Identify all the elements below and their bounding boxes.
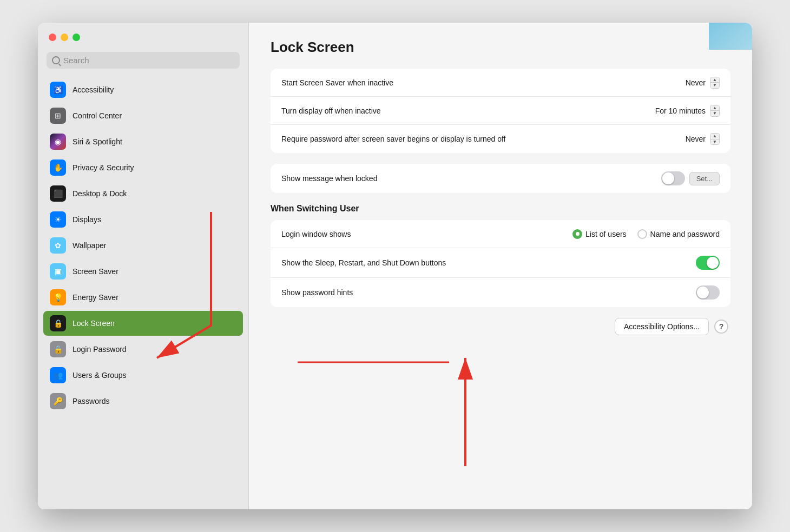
sidebar-item-screensaver[interactable]: ▣Screen Saver bbox=[43, 259, 243, 284]
sidebar-list: ♿Accessibility⊞Control Center◉Siri & Spo… bbox=[38, 77, 248, 509]
sidebar-icon-energy: 💡 bbox=[50, 289, 66, 305]
require-password-value: Never bbox=[686, 135, 706, 143]
sleep-restart-label: Show the Sleep, Restart, and Shut Down b… bbox=[281, 258, 696, 267]
page-title: Lock Screen bbox=[271, 39, 730, 56]
sidebar-item-desktop[interactable]: ⬛Desktop & Dock bbox=[43, 181, 243, 206]
sidebar-item-lock-screen[interactable]: 🔒Lock Screen bbox=[43, 311, 243, 336]
search-placeholder: Search bbox=[63, 56, 89, 65]
radio-name-and-password[interactable]: Name and password bbox=[637, 229, 720, 239]
bottom-bar: Accessibility Options... ? bbox=[271, 318, 730, 335]
accessibility-options-button[interactable]: Accessibility Options... bbox=[615, 318, 709, 335]
toggle-knob bbox=[662, 172, 674, 184]
require-password-label: Require password after screen saver begi… bbox=[281, 135, 686, 143]
display-off-label: Turn display off when inactive bbox=[281, 107, 655, 115]
main-content: Lock Screen Start Screen Saver when inac… bbox=[249, 23, 752, 509]
require-password-control: Never ▲ ▼ bbox=[686, 133, 720, 145]
show-message-row: Show message when locked Set... bbox=[271, 164, 730, 193]
sleep-restart-control bbox=[696, 256, 720, 270]
sidebar-icon-wallpaper: ✿ bbox=[50, 237, 66, 254]
sidebar-icon-siri: ◉ bbox=[50, 134, 66, 150]
sidebar-label-users-groups: Users & Groups bbox=[73, 371, 127, 380]
sidebar-label-login-password: Login Password bbox=[73, 345, 127, 354]
stepper-up-icon[interactable]: ▲ bbox=[710, 77, 719, 83]
radio-group: List of users Name and password bbox=[572, 229, 720, 239]
sidebar-label-screensaver: Screen Saver bbox=[73, 267, 119, 276]
sidebar-icon-users-groups: 👥 bbox=[50, 367, 66, 383]
search-icon bbox=[52, 56, 60, 64]
radio-circle-list[interactable] bbox=[572, 229, 582, 239]
stepper-up-icon[interactable]: ▲ bbox=[710, 105, 719, 111]
password-hints-label: Show password hints bbox=[281, 288, 696, 297]
sidebar-item-accessibility[interactable]: ♿Accessibility bbox=[43, 77, 243, 102]
maximize-button[interactable] bbox=[73, 34, 80, 41]
login-window-row: Login window shows List of users Name an… bbox=[271, 220, 730, 248]
minimize-button[interactable] bbox=[61, 34, 68, 41]
display-off-row: Turn display off when inactive For 10 mi… bbox=[271, 97, 730, 125]
sidebar-label-privacy: Privacy & Security bbox=[73, 163, 134, 172]
show-message-label: Show message when locked bbox=[281, 174, 661, 183]
sidebar-label-energy: Energy Saver bbox=[73, 293, 119, 302]
message-section: Show message when locked Set... bbox=[271, 164, 730, 193]
sidebar-item-login-password[interactable]: 🔒Login Password bbox=[43, 337, 243, 362]
require-password-row: Require password after screen saver begi… bbox=[271, 125, 730, 153]
sidebar-item-siri[interactable]: ◉Siri & Spotlight bbox=[43, 129, 243, 154]
switching-user-section: Login window shows List of users Name an… bbox=[271, 220, 730, 307]
radio-list-of-users[interactable]: List of users bbox=[572, 229, 626, 239]
toggle-knob bbox=[697, 287, 709, 298]
stepper-down-icon[interactable]: ▼ bbox=[710, 83, 719, 88]
sidebar-icon-login-password: 🔒 bbox=[50, 341, 66, 357]
password-hints-toggle[interactable] bbox=[696, 285, 720, 300]
sidebar-icon-displays: ☀ bbox=[50, 211, 66, 228]
sidebar-item-energy[interactable]: 💡Energy Saver bbox=[43, 285, 243, 310]
display-off-control: For 10 minutes ▲ ▼ bbox=[655, 105, 720, 117]
sleep-restart-toggle[interactable] bbox=[696, 256, 720, 270]
sidebar-label-displays: Displays bbox=[73, 215, 101, 224]
set-button[interactable]: Set... bbox=[689, 172, 720, 185]
sidebar: Search ♿Accessibility⊞Control Center◉Sir… bbox=[38, 23, 249, 509]
sidebar-label-desktop: Desktop & Dock bbox=[73, 189, 127, 198]
sidebar-icon-screensaver: ▣ bbox=[50, 263, 66, 280]
sidebar-item-wallpaper[interactable]: ✿Wallpaper bbox=[43, 233, 243, 258]
switching-user-header: When Switching User bbox=[271, 204, 730, 214]
toggle-knob bbox=[707, 257, 719, 269]
sidebar-item-privacy[interactable]: ✋Privacy & Security bbox=[43, 155, 243, 180]
stepper-up-icon[interactable]: ▲ bbox=[710, 134, 719, 139]
screen-saver-value: Never bbox=[686, 78, 706, 87]
search-bar[interactable]: Search bbox=[47, 52, 240, 69]
help-button[interactable]: ? bbox=[714, 320, 728, 334]
screen-saver-control: Never ▲ ▼ bbox=[686, 77, 720, 89]
right-edge-decoration bbox=[709, 23, 752, 50]
radio-circle-name[interactable] bbox=[637, 229, 647, 239]
traffic-lights bbox=[38, 34, 248, 52]
login-window-label: Login window shows bbox=[281, 230, 572, 238]
sidebar-icon-desktop: ⬛ bbox=[50, 185, 66, 202]
screen-saver-row: Start Screen Saver when inactive Never ▲… bbox=[271, 69, 730, 97]
sidebar-label-siri: Siri & Spotlight bbox=[73, 137, 122, 146]
sidebar-label-wallpaper: Wallpaper bbox=[73, 241, 107, 250]
sidebar-item-passwords[interactable]: 🔑Passwords bbox=[43, 389, 243, 414]
stepper-down-icon[interactable]: ▼ bbox=[710, 111, 719, 116]
sidebar-icon-accessibility: ♿ bbox=[50, 82, 66, 98]
radio-label-name: Name and password bbox=[650, 230, 720, 238]
radio-label-list: List of users bbox=[585, 230, 626, 238]
sidebar-label-passwords: Passwords bbox=[73, 397, 109, 405]
sidebar-icon-control-center: ⊞ bbox=[50, 108, 66, 124]
sidebar-item-users-groups[interactable]: 👥Users & Groups bbox=[43, 363, 243, 388]
require-password-stepper[interactable]: ▲ ▼ bbox=[710, 133, 720, 145]
sidebar-icon-passwords: 🔑 bbox=[50, 393, 66, 409]
show-message-control: Set... bbox=[661, 171, 720, 185]
sidebar-label-lock-screen: Lock Screen bbox=[73, 319, 115, 328]
sleep-restart-row: Show the Sleep, Restart, and Shut Down b… bbox=[271, 248, 730, 278]
password-hints-control bbox=[696, 285, 720, 300]
display-off-value: For 10 minutes bbox=[655, 107, 706, 115]
sidebar-item-control-center[interactable]: ⊞Control Center bbox=[43, 103, 243, 128]
screen-saver-stepper[interactable]: ▲ ▼ bbox=[710, 77, 720, 89]
display-off-stepper[interactable]: ▲ ▼ bbox=[710, 105, 720, 117]
sidebar-label-control-center: Control Center bbox=[73, 111, 122, 120]
sidebar-item-displays[interactable]: ☀Displays bbox=[43, 207, 243, 232]
sidebar-label-accessibility: Accessibility bbox=[73, 85, 114, 94]
screen-settings-section: Start Screen Saver when inactive Never ▲… bbox=[271, 69, 730, 153]
show-message-toggle[interactable] bbox=[661, 171, 685, 185]
close-button[interactable] bbox=[49, 34, 56, 41]
stepper-down-icon[interactable]: ▼ bbox=[710, 139, 719, 145]
